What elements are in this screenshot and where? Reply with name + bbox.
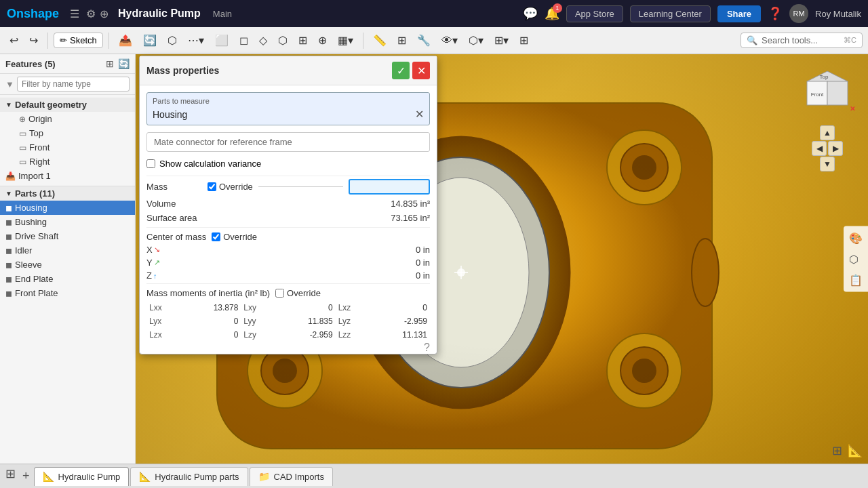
mate-button[interactable]: 🔧 xyxy=(413,31,435,49)
inertia-row-1: Lxx 13.878 Lxy 0 Lxz 0 xyxy=(146,301,430,314)
sleeve-part[interactable]: ◼ Sleeve xyxy=(0,258,135,272)
view-cube[interactable]: Top Front ✕ xyxy=(797,61,858,122)
app-logo: Onshape xyxy=(7,7,59,21)
nav-left[interactable]: ◀ xyxy=(812,141,827,156)
mate-connector-row[interactable]: Mate connector for reference frame xyxy=(146,132,430,152)
import-item[interactable]: 📥 Import 1 xyxy=(0,169,135,183)
mirror-button[interactable]: 🔄 xyxy=(139,31,161,49)
parts-to-measure-section: Parts to measure Housing ✕ xyxy=(146,92,430,125)
avatar[interactable]: RM xyxy=(789,4,808,23)
driveshaft-part[interactable]: ◼ Drive Shaft xyxy=(0,229,135,243)
boolean-button[interactable]: ⬡ xyxy=(163,31,181,49)
view-button[interactable]: ⊞ xyxy=(515,31,532,49)
filter-input[interactable] xyxy=(17,77,130,92)
default-geometry-header[interactable]: ▼ Default geometry xyxy=(0,98,135,112)
sketch-button[interactable]: ✏ Sketch xyxy=(54,33,103,48)
help-icon[interactable]: ❓ xyxy=(768,6,783,21)
svg-text:Top: Top xyxy=(820,74,829,80)
calc-variance-row: Show calculation variance xyxy=(146,159,430,169)
plane-button[interactable]: ▦▾ xyxy=(334,31,357,49)
home-icon[interactable]: ⊞ xyxy=(5,466,16,486)
dialog-ok-button[interactable]: ✓ xyxy=(392,62,410,79)
bushing-part[interactable]: ◼ Bushing xyxy=(0,215,135,229)
zoom-fit-icon[interactable]: ⊞ xyxy=(832,443,842,458)
right-item[interactable]: ▭ Right xyxy=(0,155,135,169)
front-item[interactable]: ▭ Front xyxy=(0,140,135,155)
nav-arrows: ▲ ◀ ▶ ▼ xyxy=(797,125,858,171)
render-mode-icon[interactable]: ⬡ xyxy=(846,250,865,268)
fillet-button[interactable]: ⬜ xyxy=(211,31,233,49)
helix-button[interactable]: ⊕ xyxy=(314,31,331,49)
features-title: Features (5) xyxy=(5,59,102,69)
display-button[interactable]: 👁▾ xyxy=(437,31,462,49)
measure-icon[interactable]: 📐 xyxy=(848,443,863,458)
calc-variance-checkbox[interactable] xyxy=(146,159,155,168)
pattern-button[interactable]: ⋯▾ xyxy=(184,31,208,49)
view-style-icon[interactable]: 🎨 xyxy=(846,229,865,247)
chamfer-button[interactable]: ◻ xyxy=(235,31,252,49)
lxx-value: 13.878 xyxy=(179,301,241,314)
top-item[interactable]: ▭ Top xyxy=(0,126,135,140)
svg-text:Front: Front xyxy=(811,92,824,98)
lyy-value: 11.835 xyxy=(274,314,336,328)
dialog-help-icon[interactable]: ? xyxy=(424,342,430,354)
filter-icon: ▼ xyxy=(5,79,14,89)
tab-cad-imports[interactable]: 📁 CAD Imports xyxy=(250,467,333,486)
tab-hydraulic-pump-parts[interactable]: 📐 Hydraulic Pump parts xyxy=(130,467,248,486)
search-tools[interactable]: 🔍 Search tools... ⌘C xyxy=(741,33,863,48)
topbar: Onshape ☰ ⚙ ⊕ Hydraulic Pump Main 💬 🔔 1 … xyxy=(0,0,868,27)
refresh-features-icon[interactable]: 🔄 xyxy=(118,58,130,69)
redo-button[interactable]: ↪ xyxy=(25,31,42,49)
shell-button[interactable]: ⬡ xyxy=(274,31,292,49)
nav-right[interactable]: ▶ xyxy=(828,141,843,156)
transform-button[interactable]: ⊞▾ xyxy=(490,31,513,49)
add-feature-icon[interactable]: ⊕ xyxy=(100,7,108,20)
origin-item[interactable]: ⊕ Origin xyxy=(0,112,135,126)
render-button[interactable]: ⬡▾ xyxy=(465,31,488,49)
lzz-label: Lzz xyxy=(336,328,368,342)
filter-row: ▼ xyxy=(0,74,135,95)
notifications-icon[interactable]: 🔔 1 xyxy=(545,6,559,21)
hamburger-menu[interactable]: ☰ xyxy=(70,7,79,20)
measure-button[interactable]: 📏 xyxy=(369,31,391,49)
section-view-icon[interactable]: 📋 xyxy=(846,271,865,289)
toolbar-divider-1 xyxy=(47,33,48,49)
nav-down[interactable]: ▼ xyxy=(820,157,835,171)
view-cube-container: Top Front ✕ ▲ ◀ ▶ ▼ xyxy=(797,61,858,171)
learning-center-button[interactable]: Learning Center xyxy=(630,5,711,22)
idler-part[interactable]: ◼ Idler xyxy=(0,243,135,258)
add-tab-button[interactable]: + xyxy=(20,466,33,486)
frontplate-part[interactable]: ◼ Front Plate xyxy=(0,286,135,300)
features-header: Features (5) ⊞ 🔄 xyxy=(0,54,135,74)
inertia-override-checkbox[interactable] xyxy=(275,289,284,298)
mass-override-checkbox[interactable] xyxy=(208,182,216,191)
lzz-value: 11.131 xyxy=(368,328,430,342)
search-shortcut: ⌘C xyxy=(844,36,856,45)
tab-hydraulic-pump[interactable]: 📐 Hydraulic Pump xyxy=(34,467,130,486)
feature-tree: ▼ Default geometry ⊕ Origin ▭ Top ▭ Fron… xyxy=(0,95,135,186)
nav-up[interactable]: ▲ xyxy=(820,125,835,140)
doc-title: Hydraulic Pump xyxy=(118,7,201,20)
housing-part[interactable]: ◼ Housing xyxy=(0,201,135,215)
parts-header[interactable]: ▼ Parts (11) xyxy=(0,186,135,201)
chat-icon[interactable]: 💬 xyxy=(523,6,538,21)
app-store-button[interactable]: App Store xyxy=(566,5,623,22)
analyze-button[interactable]: ⊞ xyxy=(393,31,410,49)
inertia-header: Mass moments of inertia (in² lb) Overrid… xyxy=(146,288,430,298)
share-button[interactable]: Share xyxy=(717,5,761,22)
com-override-checkbox[interactable] xyxy=(212,232,220,241)
parts-label: Parts to measure xyxy=(153,97,424,105)
settings-icon[interactable]: ⚙ xyxy=(86,7,96,20)
draft-button[interactable]: ◇ xyxy=(255,31,271,49)
tab-icon-3: 📁 xyxy=(258,471,270,482)
parts-clear-button[interactable]: ✕ xyxy=(415,108,424,121)
dialog-close-button[interactable]: ✕ xyxy=(412,62,430,79)
expand-features-icon[interactable]: ⊞ xyxy=(106,58,114,69)
lyy-label: Lyy xyxy=(241,314,273,328)
mass-value-input[interactable]: 4.2073174 lb xyxy=(349,179,430,195)
endplate-part[interactable]: ◼ End Plate xyxy=(0,272,135,286)
undo-button[interactable]: ↩ xyxy=(5,31,22,49)
section-button[interactable]: ⊞ xyxy=(294,31,311,49)
lyx-label: Lyx xyxy=(146,314,179,328)
export-button[interactable]: 📤 xyxy=(115,31,136,49)
